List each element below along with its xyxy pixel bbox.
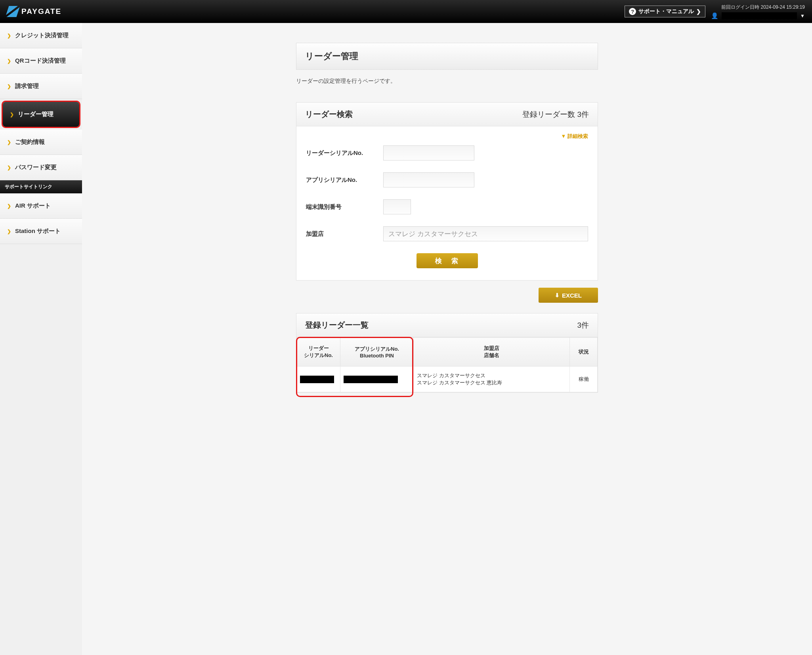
- reader-table: リーダー シリアルNo. アプリシリアルNo. Bluetooth PIN 加盟…: [296, 337, 598, 392]
- search-panel-title: リーダー検索: [305, 109, 353, 120]
- support-label: サポート・マニュアル: [638, 8, 694, 15]
- registered-reader-count: 登録リーダー数 3件: [522, 109, 589, 120]
- cell-app-serial: 0047-4216-5466-4764: [340, 367, 414, 392]
- col-merchant: 加盟店 店舗名: [414, 338, 570, 367]
- sidebar-item-qr[interactable]: ❯ QRコード決済管理: [0, 48, 82, 74]
- advanced-search-toggle[interactable]: 詳細検索: [306, 133, 588, 140]
- logo-icon: [5, 6, 20, 17]
- chevron-right-icon: ❯: [7, 165, 11, 170]
- sidebar-item-station-support[interactable]: ❯ Station サポート: [0, 219, 82, 244]
- col-app-serial: アプリシリアルNo. Bluetooth PIN: [340, 338, 414, 367]
- cell-reader-serial: XXXXXXXXX: [297, 367, 340, 392]
- search-button[interactable]: 検 索: [417, 253, 478, 268]
- table-row[interactable]: XXXXXXXXX 0047-4216-5466-4764 スマレジ カスタマー…: [297, 367, 598, 392]
- sidebar-item-air-support[interactable]: ❯ AIR サポート: [0, 193, 82, 219]
- chevron-right-icon: ❯: [7, 139, 11, 145]
- sidebar-item-label: 請求管理: [15, 82, 39, 90]
- chevron-right-icon: ❯: [7, 203, 11, 209]
- chevron-down-icon: ▼: [800, 13, 805, 19]
- cell-merchant: スマレジ カスタマーサクセス スマレジ カスタマーサクセス 恵比寿: [414, 367, 570, 392]
- app-serial-label: アプリシリアルNo.: [306, 176, 383, 184]
- sidebar-item-billing[interactable]: ❯ 請求管理: [0, 74, 82, 99]
- user-name-masked: [722, 12, 797, 19]
- user-menu[interactable]: 👤 ▼: [711, 12, 805, 19]
- sidebar-support-header: サポートサイトリンク: [0, 180, 82, 193]
- sidebar-item-credit[interactable]: ❯ クレジット決済管理: [0, 23, 82, 48]
- sidebar-item-reader[interactable]: ❯ リーダー管理: [3, 102, 79, 127]
- list-panel-title: 登録リーダー一覧: [305, 320, 369, 330]
- main-content: リーダー管理 リーダーの設定管理を行うページです。 リーダー検索 登録リーダー数…: [82, 23, 812, 655]
- cell-status: 稼働: [570, 367, 598, 392]
- download-icon: ⬇: [555, 292, 560, 298]
- sidebar-item-label: パスワード変更: [15, 164, 57, 171]
- app-serial-input[interactable]: [383, 172, 474, 187]
- support-manual-button[interactable]: ? サポート・マニュアル ❯: [625, 6, 705, 17]
- header: PAYGATE ? サポート・マニュアル ❯ 前回ログイン日時 2024-09-…: [0, 0, 812, 23]
- help-icon: ?: [629, 8, 636, 15]
- sidebar-item-label: ご契約情報: [15, 138, 45, 146]
- brand-text: PAYGATE: [21, 7, 61, 16]
- chevron-right-icon: ❯: [10, 112, 14, 117]
- sidebar-item-contract[interactable]: ❯ ご契約情報: [0, 130, 82, 155]
- excel-button-label: EXCEL: [562, 292, 582, 299]
- sidebar-item-password[interactable]: ❯ パスワード変更: [0, 155, 82, 180]
- chevron-right-icon: ❯: [7, 229, 11, 234]
- reader-serial-label: リーダーシリアルNo.: [306, 149, 383, 157]
- list-panel: 登録リーダー一覧 3件 リーダー シリアルNo.: [296, 313, 598, 393]
- sidebar-item-label: AIR サポート: [15, 202, 51, 210]
- chevron-right-icon: ❯: [7, 84, 11, 89]
- chevron-right-icon: ❯: [7, 33, 11, 38]
- last-login-text: 前回ログイン日時 2024-09-24 15:29:19: [721, 4, 805, 11]
- search-panel: リーダー検索 登録リーダー数 3件 詳細検索 リーダーシリアルNo. アプリシリ…: [296, 102, 598, 281]
- merchant-input[interactable]: [383, 226, 588, 241]
- terminal-id-label: 端末識別番号: [306, 203, 383, 211]
- sidebar-item-label: Station サポート: [15, 227, 61, 235]
- sidebar-item-label: QRコード決済管理: [15, 57, 66, 65]
- col-status: 状況: [570, 338, 598, 367]
- page-title: リーダー管理: [296, 43, 598, 70]
- highlight-annotation: ❯ リーダー管理: [2, 101, 80, 128]
- merchant-label: 加盟店: [306, 230, 383, 238]
- chevron-right-icon: ❯: [696, 8, 701, 15]
- page-subtitle: リーダーの設定管理を行うページです。: [296, 78, 598, 85]
- excel-export-button[interactable]: ⬇ EXCEL: [539, 288, 598, 303]
- logo[interactable]: PAYGATE: [7, 6, 61, 17]
- chevron-right-icon: ❯: [7, 58, 11, 64]
- terminal-id-input[interactable]: [383, 199, 411, 214]
- col-reader-serial: リーダー シリアルNo.: [297, 338, 340, 367]
- sidebar-item-label: クレジット決済管理: [15, 32, 69, 39]
- header-user-block: 前回ログイン日時 2024-09-24 15:29:19 👤 ▼: [711, 4, 805, 19]
- user-icon: 👤: [711, 12, 718, 19]
- reader-serial-input[interactable]: [383, 145, 474, 160]
- list-count: 3件: [577, 320, 589, 330]
- sidebar: ❯ クレジット決済管理 ❯ QRコード決済管理 ❯ 請求管理 ❯ リーダー管理 …: [0, 23, 82, 655]
- sidebar-item-label: リーダー管理: [18, 111, 53, 118]
